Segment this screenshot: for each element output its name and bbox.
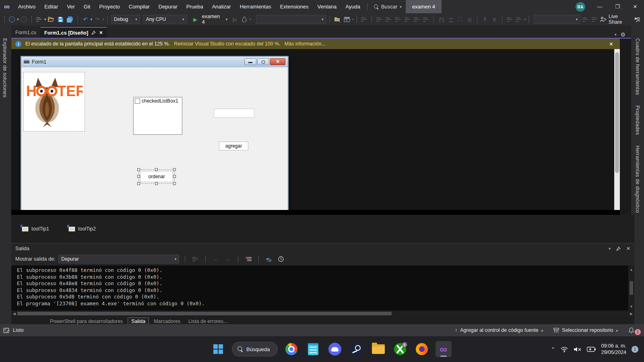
tray-chevron-up-icon[interactable]: ⌃ xyxy=(551,346,555,352)
live-share-label[interactable]: Live Share xyxy=(609,14,632,25)
chevron-down-icon[interactable]: ▾ xyxy=(91,17,93,21)
resize-handle[interactable] xyxy=(173,168,176,171)
scroll-left-icon[interactable]: ◀ xyxy=(13,312,16,316)
form-maximize-button[interactable]: ▢ xyxy=(257,58,269,65)
search-control[interactable]: Buscar ▾ xyxy=(370,4,406,10)
battery-icon[interactable] xyxy=(587,347,596,352)
user-avatar[interactable]: RA xyxy=(576,2,585,12)
tab-powershell[interactable]: PowerShell para desarrolladores xyxy=(47,318,126,325)
form-minimize-button[interactable]: ▬ xyxy=(244,58,256,65)
taskbar-clock[interactable]: 09:06 a. m. 29/05/2024 xyxy=(601,343,626,356)
save-all-icon[interactable] xyxy=(66,15,74,24)
toolbar-grip[interactable] xyxy=(356,16,358,23)
tab-marcadores[interactable]: Marcadores xyxy=(151,318,184,325)
wifi-icon[interactable] xyxy=(560,346,568,352)
clear-all-icon[interactable] xyxy=(244,255,253,263)
designed-form-window[interactable]: Form1 ▬ ▢ ✕ xyxy=(21,56,288,210)
feedback-icon[interactable] xyxy=(634,16,640,23)
close-button[interactable]: ✕ xyxy=(626,0,644,13)
menu-editar[interactable]: Editar xyxy=(40,0,62,13)
form-title-bar[interactable]: Form1 ▬ ▢ ✕ xyxy=(21,57,288,67)
toolbox-vertical-tab[interactable]: Cuadro de herramientas xyxy=(635,38,640,95)
menu-prueba[interactable]: Prueba xyxy=(182,0,208,13)
restore-button[interactable]: ❐ xyxy=(609,0,626,13)
xbox-app-button[interactable]: 1 xyxy=(392,341,408,357)
tab-form1-cs[interactable]: Form1.cs xyxy=(11,27,40,38)
ordenar-button[interactable]: ordenar xyxy=(140,171,173,182)
properties-vertical-tab[interactable]: Propiedades xyxy=(635,105,640,135)
menu-ventana[interactable]: Ventana xyxy=(313,0,341,13)
solution-explorer-vertical-tab[interactable]: Explorador de soluciones xyxy=(2,38,8,98)
menu-proyecto[interactable]: Proyecto xyxy=(95,0,124,13)
toolbar-grip[interactable] xyxy=(4,16,6,23)
resize-handle[interactable] xyxy=(137,168,140,171)
discord-app-button[interactable] xyxy=(327,341,343,357)
pin-icon[interactable] xyxy=(91,31,96,35)
gear-icon[interactable]: ⚙ xyxy=(620,31,625,38)
output-source-dropdown[interactable]: Depurar▾ xyxy=(58,255,179,263)
close-panel-icon[interactable]: ✕ xyxy=(626,246,630,251)
taskbar-search-button[interactable]: Búsqueda xyxy=(232,342,278,356)
save-icon[interactable] xyxy=(56,15,65,24)
textbox-control[interactable] xyxy=(214,109,254,118)
resize-handle[interactable] xyxy=(137,175,140,178)
new-project-icon[interactable] xyxy=(35,15,43,24)
undo-icon[interactable]: ↶ xyxy=(81,15,89,24)
open-file-icon[interactable] xyxy=(47,15,56,24)
resize-handle[interactable] xyxy=(155,182,158,185)
volume-muted-icon[interactable] xyxy=(574,346,582,352)
picturebox-hooters-logo[interactable]: H TERS xyxy=(23,72,85,132)
scroll-right-icon[interactable]: ▶ xyxy=(630,312,633,316)
resize-handle[interactable] xyxy=(155,168,158,171)
form-close-button[interactable]: ✕ xyxy=(270,58,285,65)
steam-app-button[interactable] xyxy=(349,341,365,357)
chevron-down-icon[interactable]: ▾ xyxy=(44,17,46,21)
infobar-close-icon[interactable]: ✕ xyxy=(607,41,616,47)
diagnostics-vertical-tab[interactable]: Herramientas de diagnóstico xyxy=(635,146,640,213)
notepad-app-button[interactable] xyxy=(305,341,321,357)
designer-vertical-scrollbar[interactable] xyxy=(614,49,620,210)
resize-handle[interactable] xyxy=(137,182,140,185)
tab-form1-cs-design[interactable]: Form1.cs [Diseño] ✕ xyxy=(40,27,107,38)
output-horizontal-scrollbar[interactable]: ◀ ▶ xyxy=(11,311,634,317)
start-without-debugging-button[interactable]: ▷ xyxy=(231,15,239,24)
form-client-area[interactable]: H TERS checkedListBox1 agregar ordenar xyxy=(21,67,288,210)
toolbar-grip[interactable] xyxy=(528,16,530,23)
notifications-button[interactable]: 1 xyxy=(628,326,641,335)
scroll-up-icon[interactable]: ▲ xyxy=(630,266,632,273)
tab-lista-errores[interactable]: Lista de errores... xyxy=(185,318,231,325)
agregar-button[interactable]: agregar xyxy=(219,142,248,150)
run-target-label[interactable]: examen 4 xyxy=(202,14,223,25)
start-debugging-button[interactable]: ▶ xyxy=(191,15,200,24)
chevron-down-icon[interactable]: ▾ xyxy=(226,17,228,21)
file-explorer-app-button[interactable] xyxy=(370,341,386,357)
menu-ver[interactable]: Ver xyxy=(62,0,79,13)
menu-git[interactable]: Git xyxy=(79,0,95,13)
menu-ayuda[interactable]: Ayuda xyxy=(341,0,365,13)
taskbar-notification-badge[interactable]: 1 xyxy=(632,346,638,353)
forms-designer-surface[interactable]: Form1 ▬ ▢ ✕ xyxy=(11,49,620,210)
empty-dropdown[interactable]: ▾ xyxy=(534,15,580,24)
checkbox-icon[interactable] xyxy=(135,99,140,104)
minimize-button[interactable]: — xyxy=(591,0,609,13)
sync-with-active-document-icon[interactable] xyxy=(343,15,351,24)
menu-extensiones[interactable]: Extensiones xyxy=(276,0,313,13)
infobar-restart-link[interactable]: Reiniciar Visual Studio con escalado del… xyxy=(174,41,281,47)
firefox-app-button[interactable] xyxy=(414,341,430,357)
resize-handle[interactable] xyxy=(173,175,176,178)
close-tab-icon[interactable]: ✕ xyxy=(99,30,103,35)
tab-list-dropdown-icon[interactable]: ▾ xyxy=(615,33,617,37)
chrome-app-button[interactable] xyxy=(283,341,299,357)
ordenar-button-selection[interactable]: ordenar xyxy=(137,168,176,185)
resize-handle[interactable] xyxy=(173,182,176,185)
find-in-files-icon[interactable] xyxy=(333,15,342,24)
window-position-dropdown-icon[interactable]: ▾ xyxy=(609,247,611,251)
scroll-down-icon[interactable]: ▼ xyxy=(630,303,632,310)
menu-depurar[interactable]: Depurar xyxy=(154,0,182,13)
navigate-back-button[interactable]: ← xyxy=(8,15,16,24)
checked-list-box[interactable]: checkedListBox1 xyxy=(133,97,182,135)
menu-herramientas[interactable]: Herramientas xyxy=(235,0,276,13)
empty-dropdown[interactable]: ▾ xyxy=(256,15,326,24)
solution-configuration-dropdown[interactable]: Debug▾ xyxy=(111,15,140,24)
tray-item-tooltip2[interactable]: toolTip2 xyxy=(68,226,96,232)
